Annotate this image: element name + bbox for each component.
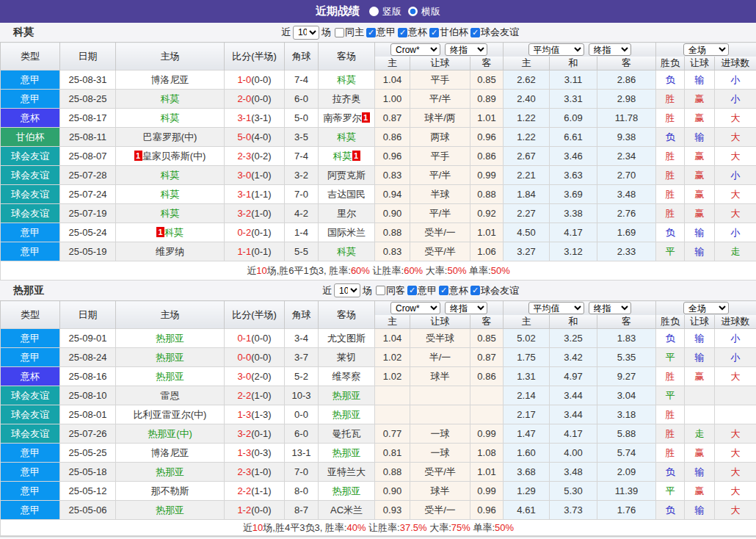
full-match-select[interactable]: 全场 — [683, 43, 729, 56]
team-text: 拉齐奥 — [332, 93, 361, 104]
crown-handicap: 球半 — [410, 482, 470, 501]
away-team: 科莫 — [319, 242, 375, 261]
team-text: 科莫 — [164, 227, 183, 238]
result-outcome: 平 — [656, 482, 685, 501]
match-count-select[interactable]: 10 — [334, 283, 360, 297]
sub-col-header: 主 — [375, 57, 410, 70]
result-goals: 小 — [715, 223, 756, 242]
home-team: 科莫 — [116, 204, 225, 223]
radio-horizontal-icon[interactable] — [408, 7, 418, 16]
home-team: 1科莫 — [116, 223, 225, 242]
result-goals: 大 — [715, 147, 756, 166]
crown-handicap: 半/一 — [410, 348, 470, 367]
bookmaker-select[interactable]: Crow* — [390, 43, 440, 56]
avg-away-odds: 2.33 — [597, 242, 656, 261]
match-type: 意甲 — [1, 70, 60, 90]
corners: 3-5 — [285, 128, 319, 147]
team-text: 南蒂罗尔 — [324, 112, 362, 123]
away-team: 里尔 — [319, 204, 375, 223]
crown-away-odds — [470, 386, 504, 405]
score: 1-3(1-3) — [225, 405, 285, 424]
avg-home-odds: 3.68 — [504, 463, 550, 482]
filter-games-label: 场 — [363, 284, 372, 297]
league-checkbox[interactable] — [398, 28, 407, 37]
league-checkbox[interactable] — [366, 28, 376, 37]
away-team: 科莫 — [319, 128, 375, 147]
match-row: 意甲25-05-241科莫0-2(0-1)1-4国际米兰0.88受半/一1.01… — [1, 223, 756, 242]
col-header: 类型 — [1, 301, 60, 329]
avg-away-odds: 5.88 — [597, 424, 656, 444]
team-text: 热那亚 — [156, 504, 184, 516]
league-checkbox[interactable] — [439, 286, 448, 295]
crown-away-odds: 0.86 — [470, 147, 504, 166]
final-odds-select[interactable]: 终指 — [445, 302, 487, 314]
crown-handicap: 球半/两 — [410, 109, 470, 128]
match-date: 25-07-28 — [60, 166, 116, 185]
avg-home-odds: 1.22 — [504, 109, 550, 128]
result-outcome: 胜 — [656, 166, 685, 185]
crown-home-odds: 0.90 — [375, 204, 410, 223]
league-checkbox[interactable] — [470, 286, 480, 295]
score: 3-0(1-0) — [225, 166, 285, 185]
final-odds-select2[interactable]: 终指 — [589, 43, 631, 56]
crown-handicap — [410, 405, 470, 424]
avg-away-odds: 9.38 — [597, 128, 656, 147]
league-checkbox[interactable] — [429, 28, 439, 37]
team-text: 那不勒斯 — [151, 485, 189, 496]
team-text: 科莫 — [337, 246, 356, 257]
team-name: 热那亚 — [13, 284, 44, 297]
league-checkbox[interactable] — [407, 286, 417, 295]
page-title: 近期战绩 — [316, 4, 360, 18]
sub-col-header: 让球 — [685, 57, 715, 70]
sub-col-header: 和 — [550, 315, 597, 329]
match-row: 甘伯杯25-08-11巴塞罗那(中)5-0(4-0)3-5科莫0.86两球0.9… — [1, 128, 756, 147]
bookmaker-select[interactable]: Crow* — [390, 302, 440, 314]
avg-draw-odds: 4.17 — [550, 424, 597, 444]
match-type: 球会友谊 — [1, 204, 60, 223]
final-odds-select[interactable]: 终指 — [445, 43, 487, 56]
match-type: 球会友谊 — [1, 166, 60, 185]
result-handicap: 输 — [685, 463, 715, 482]
average-select[interactable]: 平均值 — [528, 302, 584, 314]
score: 2-2(1-0) — [225, 386, 285, 405]
result-goals: 小 — [715, 348, 756, 367]
crown-handicap: 受平/半 — [410, 463, 470, 482]
away-team: 尤文图斯 — [319, 329, 375, 348]
away-team: 科莫 — [319, 70, 375, 90]
team-text: 皇家贝蒂斯(中) — [142, 151, 206, 162]
score: 3-0(2-0) — [225, 367, 285, 386]
avg-home-odds: 2.21 — [504, 166, 550, 185]
team-text: 热那亚 — [332, 409, 361, 420]
result-handicap: 走 — [685, 424, 715, 444]
average-select[interactable]: 平均值 — [528, 43, 584, 56]
match-date: 25-05-25 — [60, 444, 116, 463]
home-team: 1皇家贝蒂斯(中) — [116, 147, 225, 166]
home-team: 热那亚 — [116, 501, 225, 520]
avg-away-odds: 5.74 — [597, 444, 656, 463]
score: 1-2(0-0) — [225, 501, 285, 520]
corners: 6-0 — [285, 424, 319, 444]
result-outcome: 负 — [656, 128, 685, 147]
league-checkbox[interactable] — [470, 28, 480, 37]
final-odds-select2[interactable]: 终指 — [589, 302, 631, 314]
radio-vertical-layout[interactable]: 竖版 — [369, 5, 401, 18]
result-outcome: 胜 — [656, 109, 685, 128]
same-venue-checkbox[interactable] — [335, 28, 344, 37]
team-text: 科莫 — [337, 131, 356, 142]
match-count-select[interactable]: 10 — [293, 26, 319, 40]
result-handicap: 赢 — [685, 367, 715, 386]
crown-home-odds — [375, 386, 410, 405]
avg-away-odds: 1.83 — [597, 329, 656, 348]
match-row: 意杯25-08-16热那亚3-0(2-0)5-2维琴察1.02球半0.861.3… — [1, 367, 756, 386]
team-text: 热那亚 — [156, 466, 184, 477]
corners: 3-2 — [285, 166, 319, 185]
score: 2-3(0-2) — [225, 147, 285, 166]
match-type: 球会友谊 — [1, 424, 60, 444]
radio-vertical-icon[interactable] — [369, 7, 379, 16]
avg-home-odds: 2.67 — [504, 147, 550, 166]
result-goals: 大 — [715, 482, 756, 501]
radio-horizontal-layout[interactable]: 横版 — [408, 5, 440, 18]
full-match-select[interactable]: 全场 — [683, 302, 729, 314]
same-venue-checkbox[interactable] — [376, 286, 385, 295]
filter-near-label: 近 — [322, 284, 332, 297]
